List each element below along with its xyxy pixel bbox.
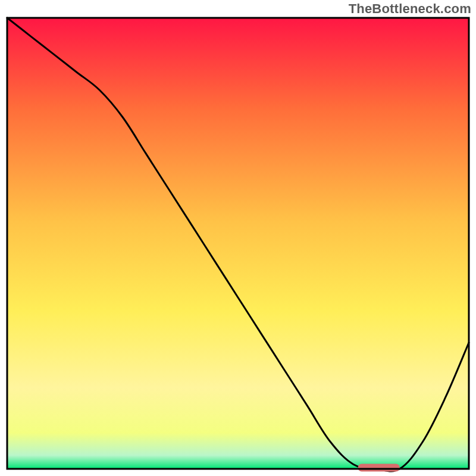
chart-svg xyxy=(0,0,476,476)
chart-background xyxy=(7,18,469,469)
bottleneck-chart: TheBottleneck.com xyxy=(0,0,476,476)
optimal-marker xyxy=(358,464,400,472)
watermark-text: TheBottleneck.com xyxy=(349,1,471,17)
